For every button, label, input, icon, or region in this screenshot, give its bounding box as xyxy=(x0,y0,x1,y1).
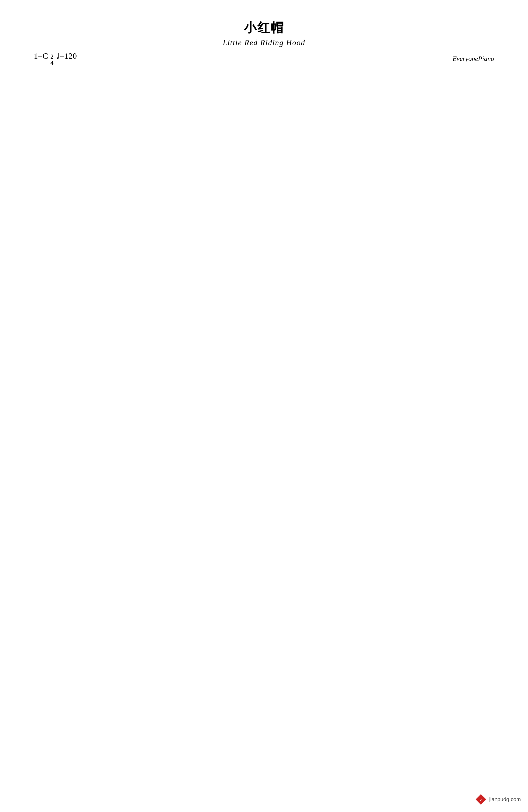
svg-text:♪: ♪ xyxy=(480,797,482,802)
author: EveryonePiano xyxy=(452,55,494,62)
main-title: 小红帽 xyxy=(29,19,499,36)
watermark-text: jianpudg.com xyxy=(489,796,521,802)
meta-row: 1=C 2 4 ♩=120 EveryonePiano xyxy=(29,51,499,66)
watermark: ♪ jianpudg.com xyxy=(475,794,521,805)
sub-title: Little Red Riding Hood xyxy=(29,38,499,47)
page: 小红帽 Little Red Riding Hood 1=C 2 4 ♩=120… xyxy=(29,19,499,66)
tempo-mark: ♩=120 xyxy=(56,51,77,61)
time-sig: 2 4 xyxy=(50,54,54,66)
logo-icon: ♪ xyxy=(475,794,487,805)
key-label: 1=C xyxy=(34,52,48,61)
title-section: 小红帽 Little Red Riding Hood xyxy=(29,19,499,47)
tempo-info: 1=C 2 4 ♩=120 xyxy=(34,51,77,66)
